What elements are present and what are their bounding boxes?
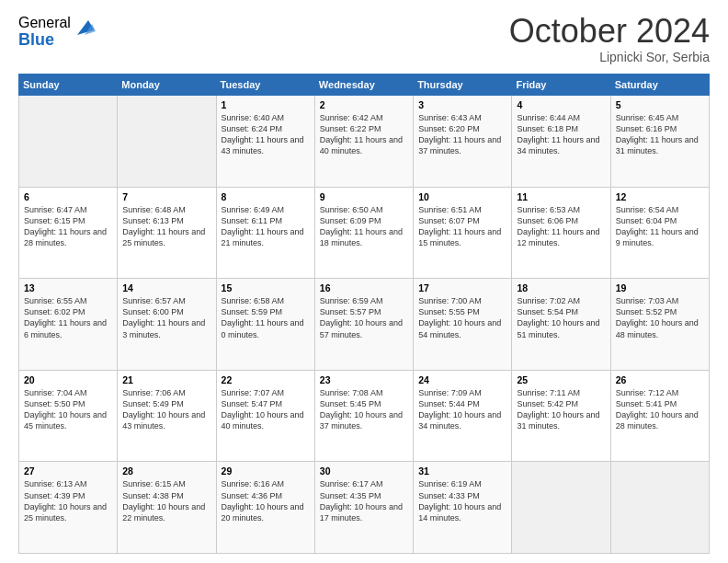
weekday-header: Saturday: [610, 75, 709, 96]
weekday-header: Tuesday: [216, 75, 314, 96]
calendar-cell: 23Sunrise: 7:08 AM Sunset: 5:45 PM Dayli…: [314, 370, 413, 462]
cell-sun-info: Sunrise: 6:53 AM Sunset: 6:06 PM Dayligh…: [517, 204, 605, 249]
day-number: 23: [320, 374, 408, 385]
calendar-cell: 1Sunrise: 6:40 AM Sunset: 6:24 PM Daylig…: [216, 96, 314, 188]
calendar-cell: 13Sunrise: 6:55 AM Sunset: 6:02 PM Dayli…: [19, 279, 118, 371]
day-number: 15: [222, 282, 310, 293]
day-number: 29: [222, 465, 310, 477]
day-number: 14: [122, 282, 210, 293]
calendar-cell: 19Sunrise: 7:03 AM Sunset: 5:52 PM Dayli…: [610, 279, 709, 371]
calendar-cell: 26Sunrise: 7:12 AM Sunset: 5:41 PM Dayli…: [610, 370, 709, 462]
cell-sun-info: Sunrise: 7:07 AM Sunset: 5:47 PM Dayligh…: [222, 387, 310, 432]
day-number: 27: [24, 465, 112, 477]
day-number: 13: [24, 282, 112, 293]
calendar-cell: 2Sunrise: 6:42 AM Sunset: 6:22 PM Daylig…: [314, 96, 413, 188]
day-number: 19: [616, 282, 704, 293]
cell-sun-info: Sunrise: 6:50 AM Sunset: 6:09 PM Dayligh…: [320, 204, 408, 249]
calendar-cell: 30Sunrise: 6:17 AM Sunset: 4:35 PM Dayli…: [314, 462, 413, 554]
calendar-cell: 12Sunrise: 6:54 AM Sunset: 6:04 PM Dayli…: [610, 187, 709, 279]
day-number: 12: [616, 191, 704, 202]
day-number: 28: [122, 465, 210, 477]
calendar-cell: 27Sunrise: 6:13 AM Sunset: 4:39 PM Dayli…: [19, 462, 118, 554]
day-number: 6: [24, 191, 112, 202]
calendar-cell: 5Sunrise: 6:45 AM Sunset: 6:16 PM Daylig…: [610, 96, 709, 188]
calendar-cell: [19, 96, 118, 188]
cell-sun-info: Sunrise: 6:54 AM Sunset: 6:04 PM Dayligh…: [616, 204, 704, 249]
cell-sun-info: Sunrise: 6:51 AM Sunset: 6:07 PM Dayligh…: [418, 204, 506, 249]
day-number: 1: [222, 99, 310, 110]
day-number: 7: [122, 191, 210, 202]
calendar-cell: 31Sunrise: 6:19 AM Sunset: 4:33 PM Dayli…: [414, 462, 512, 554]
cell-sun-info: Sunrise: 7:00 AM Sunset: 5:55 PM Dayligh…: [418, 295, 506, 340]
weekday-header: Thursday: [414, 75, 512, 96]
calendar-cell: 25Sunrise: 7:11 AM Sunset: 5:42 PM Dayli…: [512, 370, 610, 462]
weekday-header: Sunday: [19, 75, 118, 96]
day-number: 22: [222, 374, 310, 385]
calendar-cell: 4Sunrise: 6:44 AM Sunset: 6:18 PM Daylig…: [512, 96, 610, 188]
header: General Blue October 2024 Lipnicki Sor, …: [18, 15, 710, 64]
day-number: 3: [418, 99, 506, 110]
logo-blue: Blue: [18, 31, 71, 50]
calendar-cell: 7Sunrise: 6:48 AM Sunset: 6:13 PM Daylig…: [118, 187, 216, 279]
cell-sun-info: Sunrise: 6:13 AM Sunset: 4:39 PM Dayligh…: [24, 478, 112, 523]
calendar-week-row: 20Sunrise: 7:04 AM Sunset: 5:50 PM Dayli…: [19, 370, 710, 462]
weekday-header: Friday: [512, 75, 610, 96]
cell-sun-info: Sunrise: 7:02 AM Sunset: 5:54 PM Dayligh…: [517, 295, 605, 340]
calendar-cell: 14Sunrise: 6:57 AM Sunset: 6:00 PM Dayli…: [118, 279, 216, 371]
cell-sun-info: Sunrise: 6:40 AM Sunset: 6:24 PM Dayligh…: [222, 112, 310, 157]
calendar-cell: 28Sunrise: 6:15 AM Sunset: 4:38 PM Dayli…: [118, 462, 216, 554]
cell-sun-info: Sunrise: 6:42 AM Sunset: 6:22 PM Dayligh…: [320, 112, 408, 157]
cell-sun-info: Sunrise: 7:11 AM Sunset: 5:42 PM Dayligh…: [517, 387, 605, 432]
calendar-cell: [512, 462, 610, 554]
day-number: 11: [517, 191, 605, 202]
cell-sun-info: Sunrise: 6:45 AM Sunset: 6:16 PM Dayligh…: [616, 112, 704, 157]
calendar-cell: 15Sunrise: 6:58 AM Sunset: 5:59 PM Dayli…: [216, 279, 314, 371]
calendar-cell: 29Sunrise: 6:16 AM Sunset: 4:36 PM Dayli…: [216, 462, 314, 554]
day-number: 2: [320, 99, 408, 110]
calendar-cell: 17Sunrise: 7:00 AM Sunset: 5:55 PM Dayli…: [414, 279, 512, 371]
day-number: 9: [320, 191, 408, 202]
weekday-header: Monday: [118, 75, 216, 96]
location-subtitle: Lipnicki Sor, Serbia: [509, 50, 710, 64]
calendar-week-row: 6Sunrise: 6:47 AM Sunset: 6:15 PM Daylig…: [19, 187, 710, 279]
cell-sun-info: Sunrise: 7:04 AM Sunset: 5:50 PM Dayligh…: [24, 387, 112, 432]
calendar-cell: 20Sunrise: 7:04 AM Sunset: 5:50 PM Dayli…: [19, 370, 118, 462]
page: General Blue October 2024 Lipnicki Sor, …: [0, 0, 728, 563]
calendar-cell: 18Sunrise: 7:02 AM Sunset: 5:54 PM Dayli…: [512, 279, 610, 371]
day-number: 18: [517, 282, 605, 293]
day-number: 31: [418, 465, 506, 477]
day-number: 24: [418, 374, 506, 385]
month-title: October 2024: [509, 15, 710, 48]
calendar-cell: 10Sunrise: 6:51 AM Sunset: 6:07 PM Dayli…: [414, 187, 512, 279]
cell-sun-info: Sunrise: 7:06 AM Sunset: 5:49 PM Dayligh…: [122, 387, 210, 432]
day-number: 17: [418, 282, 506, 293]
calendar-week-row: 13Sunrise: 6:55 AM Sunset: 6:02 PM Dayli…: [19, 279, 710, 371]
calendar-week-row: 1Sunrise: 6:40 AM Sunset: 6:24 PM Daylig…: [19, 96, 710, 188]
weekday-header-row: SundayMondayTuesdayWednesdayThursdayFrid…: [19, 75, 710, 96]
cell-sun-info: Sunrise: 6:15 AM Sunset: 4:38 PM Dayligh…: [122, 478, 210, 523]
day-number: 4: [517, 99, 605, 110]
cell-sun-info: Sunrise: 6:57 AM Sunset: 6:00 PM Dayligh…: [122, 295, 210, 340]
cell-sun-info: Sunrise: 6:55 AM Sunset: 6:02 PM Dayligh…: [24, 295, 112, 340]
day-number: 16: [320, 282, 408, 293]
day-number: 26: [616, 374, 704, 385]
day-number: 21: [122, 374, 210, 385]
cell-sun-info: Sunrise: 6:16 AM Sunset: 4:36 PM Dayligh…: [222, 478, 310, 523]
calendar-table: SundayMondayTuesdayWednesdayThursdayFrid…: [18, 74, 710, 554]
cell-sun-info: Sunrise: 6:47 AM Sunset: 6:15 PM Dayligh…: [24, 204, 112, 249]
calendar-cell: 9Sunrise: 6:50 AM Sunset: 6:09 PM Daylig…: [314, 187, 413, 279]
cell-sun-info: Sunrise: 6:48 AM Sunset: 6:13 PM Dayligh…: [122, 204, 210, 249]
cell-sun-info: Sunrise: 7:12 AM Sunset: 5:41 PM Dayligh…: [616, 387, 704, 432]
logo: General Blue: [18, 15, 96, 49]
day-number: 30: [320, 465, 408, 477]
cell-sun-info: Sunrise: 6:17 AM Sunset: 4:35 PM Dayligh…: [320, 478, 408, 523]
logo-general: General: [18, 15, 71, 31]
calendar-cell: [118, 96, 216, 188]
cell-sun-info: Sunrise: 7:08 AM Sunset: 5:45 PM Dayligh…: [320, 387, 408, 432]
cell-sun-info: Sunrise: 6:58 AM Sunset: 5:59 PM Dayligh…: [222, 295, 310, 340]
calendar-cell: 22Sunrise: 7:07 AM Sunset: 5:47 PM Dayli…: [216, 370, 314, 462]
calendar-cell: 21Sunrise: 7:06 AM Sunset: 5:49 PM Dayli…: [118, 370, 216, 462]
weekday-header: Wednesday: [314, 75, 413, 96]
calendar-cell: [610, 462, 709, 554]
cell-sun-info: Sunrise: 6:43 AM Sunset: 6:20 PM Dayligh…: [418, 112, 506, 157]
